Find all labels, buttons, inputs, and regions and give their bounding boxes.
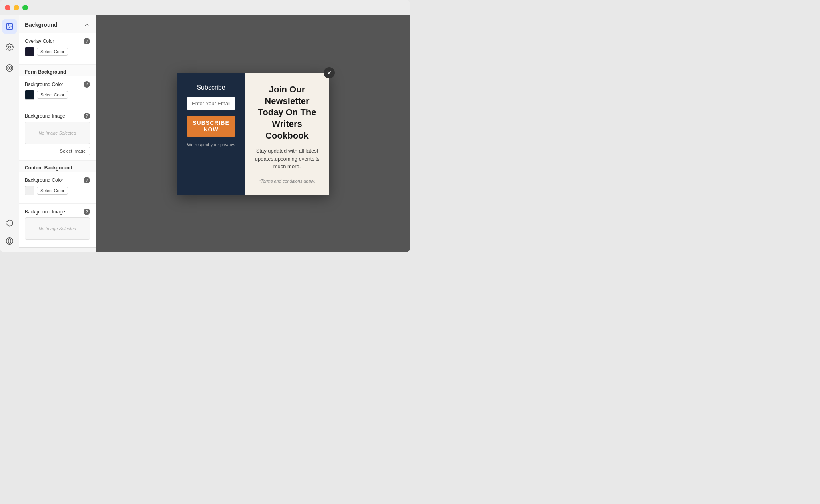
image-icon-btn[interactable] bbox=[2, 19, 17, 34]
form-bg-color-label: Background Color bbox=[25, 82, 63, 87]
app-layout: Background Overlay Color ? Select Color … bbox=[0, 15, 410, 252]
popup-close-icon: ✕ bbox=[327, 70, 332, 76]
titlebar bbox=[0, 0, 410, 15]
form-bg-color-swatch[interactable] bbox=[25, 90, 34, 100]
popup-subscribe-title: Subscribe bbox=[197, 84, 225, 91]
popup-email-input[interactable] bbox=[187, 97, 235, 110]
target-icon-btn[interactable] bbox=[2, 61, 17, 75]
add-button[interactable] bbox=[50, 249, 64, 253]
history-icon-btn[interactable] bbox=[2, 215, 17, 230]
frame-button[interactable] bbox=[36, 249, 50, 253]
form-bg-no-image-text: No Image Selected bbox=[39, 131, 76, 135]
overlay-color-label: Overlay Color bbox=[25, 38, 54, 44]
form-bg-color-section: Background Color ? Select Color bbox=[19, 76, 96, 108]
content-background-title: Content Background bbox=[19, 161, 96, 172]
canvas-area: ✕ Subscribe SUBSCRIBE NOW We respect you… bbox=[96, 15, 410, 252]
collapse-icon[interactable] bbox=[84, 22, 90, 28]
form-bg-image-help[interactable]: ? bbox=[84, 113, 90, 119]
maximize-button[interactable] bbox=[22, 5, 28, 10]
content-bg-color-help[interactable]: ? bbox=[84, 177, 90, 183]
save-button[interactable] bbox=[64, 249, 78, 253]
minimize-button[interactable] bbox=[14, 5, 19, 10]
popup-privacy-text: We respect your privacy. bbox=[187, 142, 235, 147]
content-bg-image-help[interactable]: ? bbox=[84, 209, 90, 215]
content-bg-image-section: Background Image ? No Image Selected bbox=[19, 204, 96, 247]
content-bg-select-color-btn[interactable]: Select Color bbox=[37, 187, 68, 195]
popup-left-panel: Subscribe SUBSCRIBE NOW We respect your … bbox=[177, 73, 245, 194]
content-bg-color-label: Background Color bbox=[25, 177, 63, 183]
popup-terms: *Terms and conditions apply. bbox=[253, 179, 321, 183]
content-bg-color-swatch[interactable] bbox=[25, 186, 34, 195]
overlay-color-field-row: Overlay Color ? bbox=[25, 38, 90, 44]
form-bg-color-picker: Select Color bbox=[25, 90, 90, 100]
content-bg-image-placeholder: No Image Selected bbox=[25, 217, 90, 240]
popup-headline: Join Our Newsletter Today On The Writers… bbox=[253, 84, 321, 141]
close-button[interactable] bbox=[5, 5, 10, 10]
form-bg-color-help[interactable]: ? bbox=[84, 81, 90, 88]
form-bg-image-field-row: Background Image ? bbox=[25, 113, 90, 119]
form-bg-image-placeholder: No Image Selected bbox=[25, 122, 90, 144]
form-bg-color-field-row: Background Color ? bbox=[25, 81, 90, 88]
globe-icon-btn[interactable] bbox=[2, 234, 17, 248]
icon-sidebar bbox=[0, 15, 19, 252]
close-toolbar-button[interactable] bbox=[78, 249, 92, 253]
bottom-toolbar bbox=[19, 247, 96, 252]
form-bg-image-section: Background Image ? No Image Selected Sel… bbox=[19, 108, 96, 161]
popup-description: Stay updated with all latest updates,upc… bbox=[253, 147, 321, 171]
form-bg-select-color-btn[interactable]: Select Color bbox=[37, 91, 68, 99]
overlay-color-section: Overlay Color ? Select Color bbox=[19, 33, 96, 65]
svg-point-5 bbox=[9, 67, 10, 68]
panel-title: Background bbox=[25, 22, 58, 28]
overlay-select-color-btn[interactable]: Select Color bbox=[37, 48, 68, 56]
svg-point-3 bbox=[6, 65, 13, 72]
form-bg-select-image-btn[interactable]: Select Image bbox=[56, 147, 90, 155]
overlay-color-swatch[interactable] bbox=[25, 47, 34, 56]
content-bg-no-image-text: No Image Selected bbox=[39, 226, 76, 231]
popup-right-panel: Join Our Newsletter Today On The Writers… bbox=[245, 73, 329, 194]
gear-icon-btn[interactable] bbox=[2, 40, 17, 54]
svg-point-4 bbox=[8, 66, 12, 70]
popup-subscribe-btn[interactable]: SUBSCRIBE NOW bbox=[187, 116, 235, 137]
back-button[interactable] bbox=[22, 249, 36, 253]
panel-header: Background bbox=[19, 15, 96, 33]
content-bg-image-field-row: Background Image ? bbox=[25, 209, 90, 215]
svg-point-1 bbox=[8, 25, 8, 26]
content-bg-color-picker: Select Color bbox=[25, 186, 90, 195]
form-background-title: Form Background bbox=[19, 65, 96, 76]
content-bg-color-section: Background Color ? Select Color bbox=[19, 172, 96, 204]
left-panel: Background Overlay Color ? Select Color … bbox=[19, 15, 96, 252]
overlay-color-help[interactable]: ? bbox=[84, 38, 90, 44]
content-bg-image-label: Background Image bbox=[25, 209, 65, 215]
popup-close-btn[interactable]: ✕ bbox=[324, 67, 335, 78]
overlay-color-picker: Select Color bbox=[25, 47, 90, 56]
svg-point-2 bbox=[8, 46, 10, 48]
form-bg-image-label: Background Image bbox=[25, 113, 65, 119]
content-bg-color-field-row: Background Color ? bbox=[25, 177, 90, 183]
sidebar-bottom bbox=[2, 215, 17, 252]
popup-widget: ✕ Subscribe SUBSCRIBE NOW We respect you… bbox=[177, 73, 329, 194]
